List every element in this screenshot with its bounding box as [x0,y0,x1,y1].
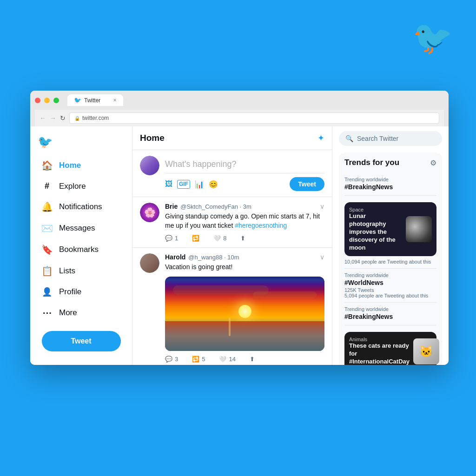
sidebar-item-home[interactable]: 🏠 Home [34,155,128,176]
sidebar-label-messages: Messages [59,224,95,233]
trend-item-5[interactable]: Animals These cats are ready for #Intern… [344,325,436,365]
notifications-icon: 🔔 [41,201,53,212]
browser-tabs: 🐦 Twitter ✕ [67,94,123,106]
sidebar-label-explore: Explore [59,182,86,191]
brie-tweet-content: Brie @Sktch_ComedyFan · 3m ∨ Giving stan… [165,203,324,242]
url-bar[interactable]: 🔒 twitter.com [69,112,439,124]
sidebar-item-more[interactable]: ⋯ More [34,303,128,323]
image-icon[interactable]: 🖼 [165,180,172,189]
emoji-icon[interactable]: 😊 [209,180,218,189]
like-icon: 🤍 [213,235,221,242]
trend-card-moon: Space Lunar photography improves the dis… [344,202,436,256]
harold-name: Harold [165,253,185,261]
trend-item-2[interactable]: Space Lunar photography improves the dis… [344,196,436,269]
close-button[interactable] [35,98,40,103]
tweet-harold: Harold @h_wang88 · 10m ∨ Vacation is goi… [132,248,332,365]
cats-image: 🐱 [413,338,439,364]
search-placeholder: Search Twitter [357,135,398,142]
sidebar-item-bookmarks[interactable]: 🔖 Bookmarks [34,239,128,260]
harold-like-action[interactable]: 🤍 14 [219,356,235,363]
sidebar-logo: 🐦 [30,131,132,155]
forward-button[interactable]: → [50,114,56,122]
browser-nav: ← → ↻ 🔒 twitter.com [35,110,444,126]
harold-tweet-text: Vacation is going great! [165,263,324,272]
gear-icon[interactable]: ⚙ [430,159,436,167]
trend-item-3[interactable]: Trending worldwide #WorldNews 125K Tweet… [344,269,436,303]
sparkle-icon[interactable]: ✦ [317,133,324,143]
brie-hashtag[interactable]: #heregoesnothing [235,222,287,229]
trend-card-moon-label: Space [349,207,402,212]
trend-card-cats: Animals These cats are ready for #Intern… [344,332,436,365]
brie-tweet-text: Giving standup comedy a go. Open mic sta… [165,212,324,230]
trends-box: Trends for you ⚙ Trending worldwide #Bre… [339,152,442,365]
compose-placeholder[interactable]: What's happening? [165,156,324,173]
search-bar[interactable]: 🔍 Search Twitter [339,131,442,146]
trend-category-3: Trending worldwide [344,272,436,278]
tweet-button[interactable]: Tweet [42,331,121,351]
brie-tweet-author: Brie @Sktch_ComedyFan · 3m [165,203,251,210]
sidebar-item-messages[interactable]: ✉️ Messages [34,218,128,238]
sidebar-label-notifications: Notifications [59,202,102,212]
url-text: twitter.com [82,115,109,121]
harold-tweet-content: Harold @h_wang88 · 10m ∨ Vacation is goi… [165,253,324,363]
harold-avatar [140,253,159,273]
trend-card-cats-label: Animals [349,337,410,342]
harold-share-action[interactable]: ⬆ [250,356,255,363]
sidebar-item-profile[interactable]: 👤 Profile [34,282,128,302]
share-icon: ⬆ [240,235,245,242]
tweet-caret-brie[interactable]: ∨ [320,203,324,210]
brie-handle: @Sktch_ComedyFan · 3m [180,203,251,210]
trend-card-moon-text: Space Lunar photography improves the dis… [349,207,402,251]
harold-tweet-header: Harold @h_wang88 · 10m ∨ [165,253,324,261]
sidebar-item-notifications[interactable]: 🔔 Notifications [34,197,128,217]
home-icon: 🏠 [41,160,53,171]
app-content: 🐦 🏠 Home # Explore 🔔 Notifications ✉️ Me… [30,126,449,365]
sidebar-label-bookmarks: Bookmarks [59,245,99,254]
harold-like-count: 14 [229,356,235,363]
tab-close-icon[interactable]: ✕ [113,98,117,103]
trend-item-4[interactable]: Trending worldwide #BreakingNews [344,303,436,325]
brie-name: Brie [165,203,178,210]
poll-icon[interactable]: 📊 [195,180,204,189]
feed-header: Home ✦ [132,126,332,150]
sidebar: 🐦 🏠 Home # Explore 🔔 Notifications ✉️ Me… [30,126,132,365]
maximize-button[interactable] [53,98,59,103]
trends-header: Trends for you ⚙ [344,158,436,167]
sidebar-item-lists[interactable]: 📋 Lists [34,261,128,281]
twitter-tab[interactable]: 🐦 Twitter ✕ [67,94,123,106]
retweet-icon: 🔁 [192,235,199,242]
refresh-button[interactable]: ↻ [60,114,66,122]
trend-tag-4: #BreakingNews [344,313,436,320]
brie-retweet-action[interactable]: 🔁 [192,235,199,242]
brie-share-action[interactable]: ⬆ [240,235,245,242]
feed-title: Home [140,133,165,143]
minimize-button[interactable] [44,98,50,103]
brie-like-action[interactable]: 🤍 8 [213,235,226,242]
compose-tweet-button[interactable]: Tweet [290,177,324,191]
trend-tag-1: #BreakingNews [344,183,436,191]
compose-actions: 🖼 GIF 📊 😊 Tweet [165,177,324,191]
harold-tweet-image [165,277,324,351]
trend-card-moon-title: Lunar photography improves the discovery… [349,212,402,251]
search-icon: 🔍 [345,135,353,142]
right-sidebar: 🔍 Search Twitter Trends for you ⚙ Trendi… [332,126,449,365]
brie-reply-action[interactable]: 💬 1 [165,235,178,242]
sunset-sky [165,277,324,351]
trend-tag-3: #WorldNews [344,279,436,286]
harold-retweet-count: 5 [202,356,205,363]
lists-icon: 📋 [41,265,53,277]
tweet-caret-harold[interactable]: ∨ [320,253,324,261]
back-button[interactable]: ← [40,114,46,122]
trend-card-cats-text: Animals These cats are ready for #Intern… [349,337,410,365]
harold-reply-action[interactable]: 💬 3 [165,356,178,363]
trend-item-1[interactable]: Trending worldwide #BreakingNews [344,173,436,196]
harold-retweet-action[interactable]: 🔁 5 [192,356,205,363]
retweet-icon-harold: 🔁 [192,356,199,363]
sidebar-label-lists: Lists [59,266,75,276]
sidebar-label-home: Home [59,161,81,170]
sidebar-item-explore[interactable]: # Explore [34,177,128,196]
messages-icon: ✉️ [41,223,53,234]
reply-icon-harold: 💬 [165,356,172,363]
gif-icon[interactable]: GIF [177,180,190,189]
more-icon: ⋯ [41,307,53,318]
